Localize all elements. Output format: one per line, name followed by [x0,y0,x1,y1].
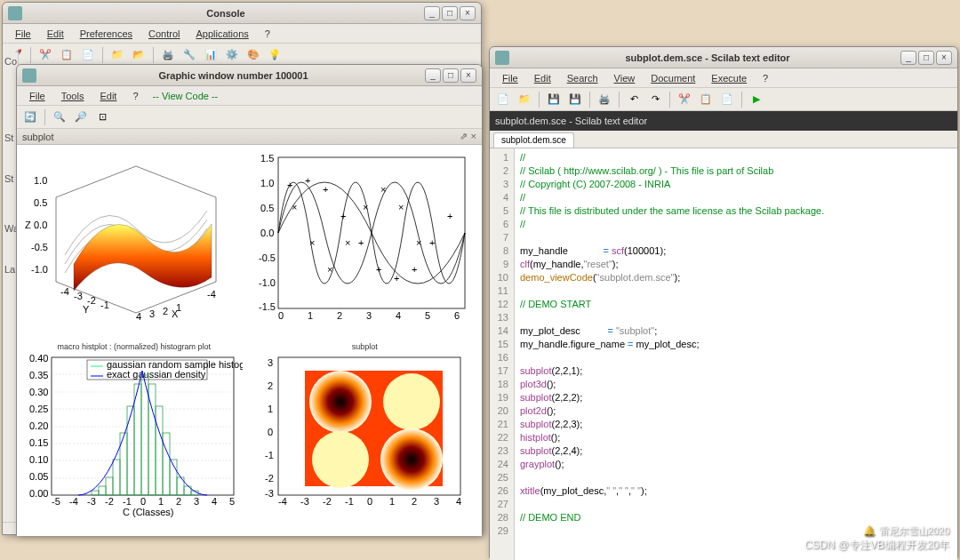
copy-icon[interactable]: 📋 [696,90,716,109]
saveas-icon[interactable]: 💾 [565,90,585,109]
menu-search[interactable]: Search [560,71,605,85]
svg-text:0.0: 0.0 [260,228,274,238]
svg-text:-3: -3 [87,496,96,507]
svg-text:-2: -2 [87,295,96,306]
svg-rect-74 [163,433,170,495]
menu-preferences[interactable]: Preferences [73,27,140,41]
menu-file[interactable]: File [8,27,38,41]
tool5-icon[interactable]: 💡 [265,45,284,65]
zoom-in-icon[interactable]: 🔍 [50,108,69,127]
svg-text:+: + [323,184,328,195]
print-icon[interactable]: 🖨️ [158,45,178,65]
folder2-icon[interactable]: 📂 [129,45,148,65]
svg-text:3: 3 [366,310,372,321]
save-icon[interactable]: 💾 [544,90,564,109]
svg-text:-1: -1 [345,496,354,507]
minimize-button[interactable]: _ [424,6,440,20]
menu-edit[interactable]: Edit [40,27,71,41]
svg-text:×: × [398,202,404,212]
console-titlebar[interactable]: Console _ □ × [3,3,481,24]
tool3-icon[interactable]: ⚙️ [222,45,242,65]
console-title: Console [28,8,424,19]
paste-icon[interactable]: 📄 [717,90,737,109]
open-icon[interactable]: 📁 [515,90,534,109]
svg-text:4: 4 [136,311,141,322]
svg-text:2: 2 [176,496,181,507]
paste-icon[interactable]: 📄 [78,45,98,65]
maximize-button[interactable]: □ [918,51,934,65]
menu-help[interactable]: ? [756,71,775,85]
svg-text:0.40: 0.40 [29,353,48,364]
histplot-panel: macro histplot : (normalized) histogram … [20,342,248,532]
tool1-icon[interactable]: 🔧 [180,45,199,65]
svg-text:0.35: 0.35 [29,370,48,380]
svg-point-104 [312,431,369,488]
svg-text:0: 0 [278,310,284,321]
app-icon [8,6,22,20]
code-area[interactable]: 1234567891011121314151617181920212223242… [490,148,957,560]
svg-text:-3: -3 [300,496,309,507]
copy-icon[interactable]: 📋 [57,45,76,65]
close-button[interactable]: × [936,51,952,65]
editor-titlebar[interactable]: subplot.dem.sce - Scilab text editor _ □… [490,47,957,68]
maximize-button[interactable]: □ [443,68,459,83]
svg-text:1.5: 1.5 [260,153,274,164]
menu-file[interactable]: File [495,71,525,85]
zoom-fit-icon[interactable]: ⊡ [92,108,112,127]
menu-control[interactable]: Control [141,27,187,41]
print-icon[interactable]: 🖨️ [595,90,614,109]
menu-help[interactable]: ? [258,27,277,41]
tool4-icon[interactable]: 🎨 [244,45,263,65]
close-button[interactable]: × [460,6,476,20]
redo-icon[interactable]: ↷ [645,90,665,109]
pin-icon[interactable]: ⇗ [460,131,468,142]
menu-execute[interactable]: Execute [704,71,754,85]
undo-icon[interactable]: ↶ [624,90,644,109]
svg-text:4: 4 [456,496,461,507]
menu-help[interactable]: ? [125,89,145,103]
svg-rect-66 [106,477,113,495]
svg-text:-1: -1 [100,300,109,310]
cut-icon[interactable]: ✂️ [36,45,55,65]
plot2d-panel: 1.51.00.5 0.0-0.5-1.0-1.5 012 3456 ++++ … [252,148,479,339]
menu-file[interactable]: File [22,89,52,103]
app-icon [22,68,36,83]
zoom-area-icon[interactable]: 🔎 [71,108,91,127]
folder-icon[interactable]: 📁 [108,45,127,65]
svg-text:exact gaussian density: exact gaussian density [107,369,206,380]
file-tab[interactable]: subplot.dem.sce [493,132,574,148]
svg-rect-65 [99,486,106,495]
minimize-button[interactable]: _ [900,51,916,65]
svg-rect-68 [120,433,127,495]
panel-close-icon[interactable]: × [471,131,476,142]
menu-edit[interactable]: Edit [527,71,558,85]
svg-text:+: + [358,237,364,248]
rotate-icon[interactable]: 🔄 [20,108,40,127]
menu-edit[interactable]: Edit [92,89,124,103]
close-button[interactable]: × [460,68,476,83]
menu-view[interactable]: View [607,71,643,85]
watermark: 🔔 雷尼尔雪山2020 CSDN @专注VB编程开发20年 [804,524,949,553]
minimize-button[interactable]: _ [425,68,441,83]
new-icon[interactable]: 📄 [493,90,513,109]
run-icon[interactable]: ▶ [747,90,766,109]
svg-text:×: × [327,264,332,275]
svg-text:+: + [287,180,292,190]
menu-tools[interactable]: Tools [54,89,92,103]
svg-text:×: × [416,237,421,248]
tool2-icon[interactable]: 📊 [201,45,220,65]
svg-text:1: 1 [158,496,164,507]
viewcode-link[interactable]: -- View Code -- [148,89,224,103]
app-icon [495,51,509,65]
grayplot-panel: subplot 321 0-1-2-3 -4-3-2 [252,342,479,532]
cut-icon[interactable]: ✂️ [675,90,694,109]
svg-text:-2: -2 [105,496,114,507]
svg-text:-2: -2 [265,473,274,484]
menu-applications[interactable]: Applications [188,27,255,41]
code-lines[interactable]: //// Scilab ( http://www.scilab.org/ ) -… [515,148,829,560]
menu-document[interactable]: Document [644,71,702,85]
graphic-titlebar[interactable]: Graphic window number 100001 _ □ × [17,65,482,86]
maximize-button[interactable]: □ [442,6,458,20]
svg-text:5: 5 [229,496,235,507]
svg-text:-0.5: -0.5 [259,252,276,263]
